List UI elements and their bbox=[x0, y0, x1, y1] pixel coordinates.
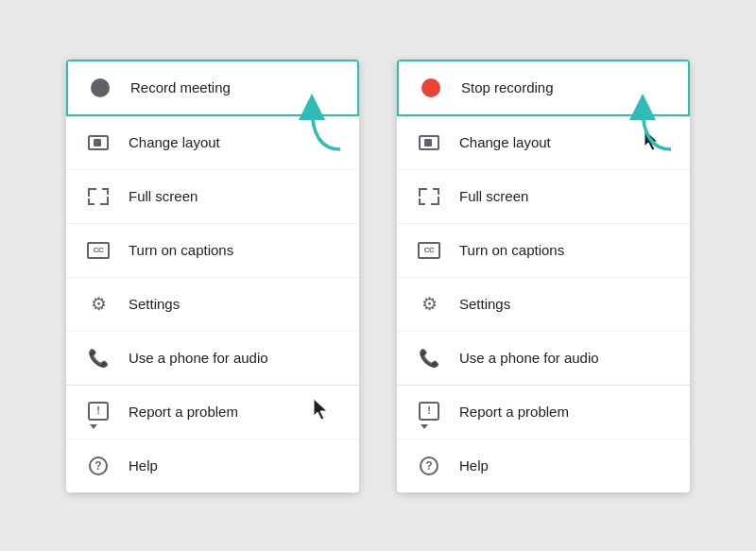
right-full-screen-label: Full screen bbox=[459, 188, 528, 204]
layout-icon bbox=[85, 129, 112, 156]
help-icon: ? bbox=[85, 453, 112, 479]
record-meeting-label: Record meeting bbox=[130, 79, 231, 95]
fullscreen-icon bbox=[85, 183, 112, 210]
right-report-problem-label: Report a problem bbox=[459, 404, 569, 420]
left-menu: Record meeting Change layout Full screen… bbox=[66, 60, 359, 492]
right-help-label: Help bbox=[459, 457, 489, 474]
settings-item[interactable]: ⚙ Settings bbox=[66, 278, 359, 332]
right-phone-audio-item[interactable]: 📞 Use a phone for audio bbox=[397, 332, 690, 385]
right-settings-icon: ⚙ bbox=[416, 291, 442, 318]
right-captions-label: Turn on captions bbox=[459, 242, 564, 258]
arrow-right bbox=[614, 78, 690, 154]
full-screen-item[interactable]: Full screen bbox=[66, 170, 359, 224]
right-full-screen-item[interactable]: Full screen bbox=[397, 170, 690, 224]
right-change-layout-label: Change layout bbox=[459, 134, 551, 150]
change-layout-label: Change layout bbox=[129, 134, 220, 150]
stop-recording-label: Stop recording bbox=[461, 79, 554, 95]
right-help-item[interactable]: ? Help bbox=[397, 439, 690, 492]
report-problem-label: Report a problem bbox=[129, 404, 238, 420]
help-label: Help bbox=[129, 457, 158, 474]
right-cc-icon: CC bbox=[416, 237, 442, 264]
settings-label: Settings bbox=[129, 296, 180, 312]
help-item[interactable]: ? Help bbox=[66, 439, 359, 492]
stop-record-icon bbox=[418, 75, 444, 101]
right-settings-label: Settings bbox=[459, 296, 510, 312]
phone-audio-item[interactable]: 📞 Use a phone for audio bbox=[66, 332, 359, 385]
report-problem-item[interactable]: Report a problem bbox=[66, 386, 359, 439]
captions-label: Turn on captions bbox=[129, 242, 233, 258]
right-phone-icon: 📞 bbox=[416, 345, 442, 371]
right-layout-icon bbox=[416, 129, 442, 156]
full-screen-label: Full screen bbox=[129, 188, 198, 204]
cc-icon: CC bbox=[85, 237, 112, 264]
report-icon bbox=[85, 399, 112, 425]
right-phone-audio-label: Use a phone for audio bbox=[459, 350, 599, 366]
cursor-left bbox=[312, 397, 331, 420]
right-captions-item[interactable]: CC Turn on captions bbox=[397, 224, 690, 278]
captions-item[interactable]: CC Turn on captions bbox=[66, 224, 359, 278]
phone-icon: 📞 bbox=[85, 345, 112, 371]
right-help-icon: ? bbox=[416, 453, 442, 479]
arrow-left bbox=[284, 78, 359, 154]
right-fullscreen-icon bbox=[416, 183, 442, 210]
right-menu: Stop recording Change layout Full screen… bbox=[397, 60, 690, 492]
settings-icon: ⚙ bbox=[85, 291, 112, 318]
svg-marker-1 bbox=[314, 399, 327, 420]
right-report-icon bbox=[416, 399, 442, 425]
right-settings-item[interactable]: ⚙ Settings bbox=[397, 278, 690, 332]
phone-audio-label: Use a phone for audio bbox=[129, 350, 268, 366]
right-report-problem-item[interactable]: Report a problem bbox=[397, 386, 690, 439]
record-icon bbox=[87, 75, 113, 101]
